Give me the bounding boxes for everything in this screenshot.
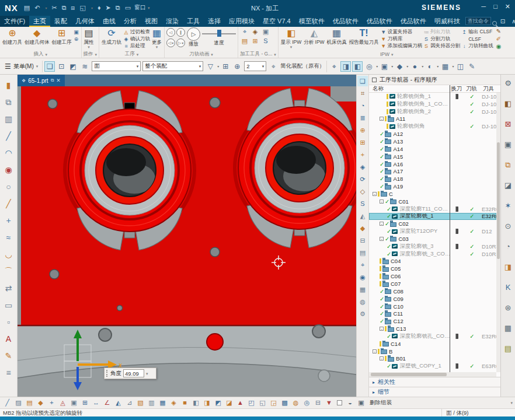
generate-toolpath-button[interactable]: ⟳生成刀轨 xyxy=(101,27,122,45)
create-method-button[interactable]: ⊕ xyxy=(74,36,79,42)
window-cascade-icon[interactable]: ⧉ xyxy=(116,5,120,11)
navigator-vscrollbar[interactable] xyxy=(496,93,500,372)
analyze-icon[interactable]: ◭ xyxy=(357,211,368,221)
chevron-down-icon[interactable]: ▾ xyxy=(217,64,219,68)
go-to-start-button[interactable]: ◁▾ xyxy=(166,38,175,47)
navigator-row-深壁铣_COPY_1[interactable]: ✓深壁铣_COPY_1✓E63R6 xyxy=(369,362,496,370)
more-tools-icon[interactable]: ≡ xyxy=(2,364,16,381)
history-icon[interactable]: ⊙ xyxy=(502,220,514,232)
go-to-end-button[interactable]: ▷▾ xyxy=(176,38,185,47)
color-palette-icon[interactable]: ◨ xyxy=(502,261,514,272)
menu-tab-assembly[interactable]: 装配 xyxy=(50,16,71,27)
microphone-icon[interactable]: ♦ xyxy=(98,5,101,11)
part-tab[interactable]: ❖ 65-1.prt ⧉ ✕ xyxy=(18,75,65,86)
undo-icon[interactable]: ↶ xyxy=(34,5,40,11)
snap-icon[interactable]: ⌗ xyxy=(357,88,368,99)
scope-filter-combo[interactable]: 整个装配▾ xyxy=(142,61,203,71)
assembly-navigator-icon[interactable]: ◧ xyxy=(502,97,514,109)
select-curve-icon[interactable]: ≋ xyxy=(79,61,90,72)
split-toolpath-button[interactable]: S分割刀轨 xyxy=(423,36,460,42)
sketch-icon[interactable]: ✎ xyxy=(2,347,16,364)
viewport-3d-model[interactable] xyxy=(18,86,356,397)
menu-button[interactable]: ☰菜单(M)▾ xyxy=(2,61,40,72)
checkbox[interactable] xyxy=(337,400,342,405)
navigator-row-C[interactable]: -C xyxy=(369,190,496,198)
save-icon[interactable]: ▤ xyxy=(24,5,30,11)
collapse-icon[interactable]: - xyxy=(380,200,384,204)
bridge-curve-icon[interactable]: ⌒ xyxy=(2,262,16,279)
navigator-row-C06[interactable]: C06 xyxy=(369,272,496,280)
layer-settings-icon[interactable]: ▦ xyxy=(158,398,168,408)
block-icon[interactable]: ■ xyxy=(180,398,190,408)
create-tool-icon[interactable]: ⊕ xyxy=(357,125,368,135)
move-object-icon[interactable]: ⊞ xyxy=(80,398,90,408)
brush-icon[interactable]: ✐ xyxy=(496,36,501,42)
menu-tab-file[interactable]: 文件(F) xyxy=(0,16,29,27)
menu-tab-home[interactable]: 主页 xyxy=(29,16,50,27)
copy-icon[interactable]: ⧉ xyxy=(62,5,67,11)
deviation-icon[interactable]: ⊿ xyxy=(124,398,134,408)
visor-icon[interactable]: ◒ xyxy=(345,398,355,408)
navigator-column-headers[interactable]: 名称 换刀 刀轨 刀具 xyxy=(369,85,500,93)
navigator-row-A12[interactable]: ✓A12 xyxy=(369,130,496,138)
chevron-down-icon[interactable]: ▾ xyxy=(274,52,276,57)
curve-icon[interactable]: ◡ xyxy=(2,246,16,262)
navigator-row-轮廓铣倒角[interactable]: 轮廓铣倒角✓DJ-10 xyxy=(369,123,496,130)
process-studio-icon[interactable]: K xyxy=(502,281,514,293)
hd3d-tools-icon[interactable]: ◪ xyxy=(502,179,514,191)
report-shortest-tool-button[interactable]: T!报告最短刀具 xyxy=(349,27,380,45)
split-screen-icon[interactable]: ◫ xyxy=(455,61,465,72)
create-geometry-icon[interactable]: ⊞ xyxy=(357,137,368,148)
window-menu-button[interactable]: 窗口 ▾ xyxy=(134,4,149,12)
edit-shank-button[interactable]: ▼添加或编辑刀柄 xyxy=(381,43,423,49)
sketch-in-task-icon[interactable]: ▨ xyxy=(13,398,23,408)
navigator-row-深度轮廓铣孔_CO…[interactable]: ✓深度轮廓铣孔_CO…✓E32R0.8 xyxy=(369,332,496,340)
chevron-down-icon[interactable]: ▾ xyxy=(391,64,393,68)
unite-icon[interactable]: ◩ xyxy=(213,398,223,408)
menu-tab-app-modules[interactable]: 应用模块 xyxy=(225,16,259,27)
navigator-row-C05[interactable]: C05 xyxy=(369,265,496,272)
select-face-icon[interactable]: ⊡ xyxy=(56,61,67,72)
postprocess-button[interactable]: ≡后处理 xyxy=(123,43,150,49)
navigator-hscrollbar[interactable] xyxy=(369,372,496,377)
face-analysis-icon[interactable]: ▧ xyxy=(135,398,145,408)
menu-tab-select[interactable]: 选择 xyxy=(204,16,225,27)
create-geometry-button[interactable]: ◆创建几何体 xyxy=(24,27,50,45)
part-navigator-icon[interactable]: ▣ xyxy=(502,138,514,150)
machine-tool-icon[interactable]: ◆ xyxy=(357,223,368,233)
paste-icon[interactable]: ⧈ xyxy=(71,5,75,11)
list-toolpath-button[interactable]: ≔列出刀轨 xyxy=(423,29,460,35)
create-tool-button[interactable]: ⊕创建刀具 xyxy=(2,27,23,45)
command-finder-icon[interactable]: ➤ xyxy=(106,5,111,11)
menu-tab-curve[interactable]: 曲线 xyxy=(99,16,120,27)
navigator-row-C14[interactable]: C14 xyxy=(369,340,496,348)
toolpath-to-curve-button[interactable]: ↓刀轨转曲线 xyxy=(461,43,493,49)
pause-button[interactable]: ∥ xyxy=(176,28,185,37)
maximize-button[interactable]: □ xyxy=(493,3,497,10)
delete-assembly-button[interactable]: 删除组装 xyxy=(370,399,392,407)
close-button[interactable]: ✕ xyxy=(505,3,510,10)
zoom-region-icon[interactable]: ◎ xyxy=(364,61,374,72)
navigator-row-A16[interactable]: ✓A16 xyxy=(369,160,496,168)
annotate-icon[interactable]: ✎ xyxy=(467,61,477,72)
navigator-row-A11[interactable]: -A11 xyxy=(369,116,496,123)
show-hide-icon[interactable]: ◐ xyxy=(424,61,435,72)
close-icon[interactable]: ✕ xyxy=(56,78,61,83)
navigator-row-深度轮廓铣_3[interactable]: ✓深度轮廓铣_3✓D10R3 xyxy=(369,243,496,250)
overcut-check-button[interactable]: ◬过切检查 xyxy=(123,29,150,35)
arc-icon[interactable]: ◠ xyxy=(2,144,16,161)
select-filter-icon[interactable]: ❏ xyxy=(44,61,55,72)
simplify-assembly-button[interactable]: 简化装配（原有） xyxy=(280,62,325,70)
navigator-row-C02[interactable]: -✓C02 xyxy=(369,220,496,228)
web-browser-icon[interactable]: ✶ xyxy=(502,200,514,211)
navigator-row-A19[interactable]: ✓A19 xyxy=(369,183,496,190)
navigator-row-A18[interactable]: ✓A18 xyxy=(369,175,496,183)
circle-icon[interactable]: ◉ xyxy=(2,161,16,178)
collapse-icon[interactable]: - xyxy=(380,237,384,241)
tool-library-icon[interactable]: ▤ xyxy=(240,37,249,45)
layers-icon[interactable]: ▤ xyxy=(357,247,368,258)
ellipse-icon[interactable]: ○ xyxy=(2,178,16,195)
edge-blend-icon[interactable]: ◱ xyxy=(258,398,267,408)
dependencies-section[interactable]: ▸相关性 xyxy=(369,377,500,387)
clock-icon[interactable]: ◔ xyxy=(502,240,514,252)
